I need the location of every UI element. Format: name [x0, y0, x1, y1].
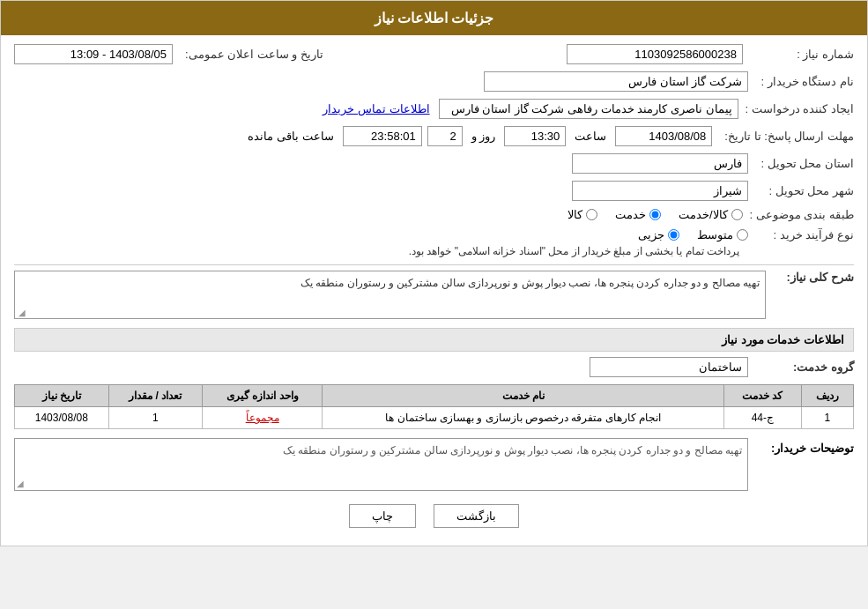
radio-service[interactable]: خدمت — [615, 208, 661, 221]
date-value: 1403/08/05 - 13:09 — [14, 44, 173, 64]
col-code: کد خدمت — [724, 385, 802, 407]
province-value: فارس — [572, 153, 748, 174]
creator-link[interactable]: اطلاعات تماس خریدار — [323, 102, 429, 115]
deadline-time-label: ساعت — [571, 130, 610, 143]
deadline-time: 13:30 — [504, 126, 566, 146]
city-label: شهر محل تحویل : — [748, 184, 854, 197]
page-title: جزئیات اطلاعات نیاز — [375, 11, 494, 26]
category-label: طبقه بندی موضوعی : — [743, 208, 854, 221]
process-note: پرداخت تمام یا بخشی از مبلغ خریدار از مح… — [409, 245, 739, 257]
deadline-label: مهلت ارسال پاسخ: تا تاریخ: — [717, 130, 854, 143]
buyer-desc-label: توضیحات خریدار: — [748, 438, 854, 455]
description-text: تهیه مصالح و دو جداره کردن پنجره ها، نصب… — [14, 271, 766, 319]
process-label: نوع فرآیند خرید : — [748, 228, 854, 241]
process-radio-group: متوسط جزیی — [409, 228, 748, 241]
radio-medium[interactable]: متوسط — [697, 228, 748, 241]
description-section-title: شرح کلی نیاز: — [766, 271, 854, 284]
col-row: ردیف — [801, 385, 853, 407]
col-quantity: تعداد / مقدار — [108, 385, 202, 407]
col-date: تاریخ نیاز — [15, 385, 109, 407]
services-section-title: اطلاعات خدمات مورد نیاز — [14, 328, 854, 352]
deadline-day-label: روز و — [468, 130, 500, 143]
city-value: شیراز — [572, 181, 748, 201]
buyer-desc-box: تهیه مصالح و دو جداره کردن پنجره ها، نصب… — [14, 438, 748, 491]
province-label: استان محل تحویل : — [748, 157, 854, 170]
buyer-desc-resize: ◢ — [17, 479, 24, 488]
back-button[interactable]: بازگشت — [434, 504, 519, 528]
creator-label: ایجاد کننده درخواست : — [738, 102, 854, 115]
group-value: ساختمان — [590, 357, 748, 377]
buyer-name-value: شرکت گاز استان فارس — [484, 71, 748, 92]
col-unit: واحد اندازه گیری — [203, 385, 323, 407]
page-header: جزئیات اطلاعات نیاز — [1, 1, 867, 35]
table-row: 1ج-44انجام کارهای متفرقه درخصوص بازسازی … — [15, 407, 854, 429]
radio-goods[interactable]: کالا — [568, 208, 597, 221]
category-radio-group: کالا/خدمت خدمت کالا — [568, 208, 743, 221]
creator-value: پیمان ناصری کارمند خدمات رفاهی شرکت گاز … — [439, 99, 738, 119]
buyer-name-label: نام دستگاه خریدار : — [748, 75, 854, 88]
services-table: ردیف کد خدمت نام خدمت واحد اندازه گیری ت… — [14, 384, 854, 429]
resize-handle: ◢ — [17, 308, 26, 316]
group-label: گروه خدمت: — [748, 360, 854, 374]
deadline-days: 2 — [427, 126, 463, 146]
deadline-remaining-label: ساعت باقی مانده — [244, 130, 337, 143]
print-button[interactable]: چاپ — [349, 504, 416, 528]
deadline-date: 1403/08/08 — [615, 126, 712, 146]
services-table-section: ردیف کد خدمت نام خدمت واحد اندازه گیری ت… — [14, 384, 854, 429]
col-name: نام خدمت — [323, 385, 724, 407]
radio-goods-service[interactable]: کالا/خدمت — [679, 208, 743, 221]
date-label: تاریخ و ساعت اعلان عمومی: — [178, 48, 323, 61]
need-number-value: 1103092586000238 — [567, 44, 743, 64]
need-number-label: شماره نیاز : — [748, 48, 854, 61]
buttons-row: بازگشت چاپ — [14, 504, 854, 528]
radio-partial[interactable]: جزیی — [638, 228, 679, 241]
deadline-remaining: 23:58:01 — [343, 126, 422, 146]
